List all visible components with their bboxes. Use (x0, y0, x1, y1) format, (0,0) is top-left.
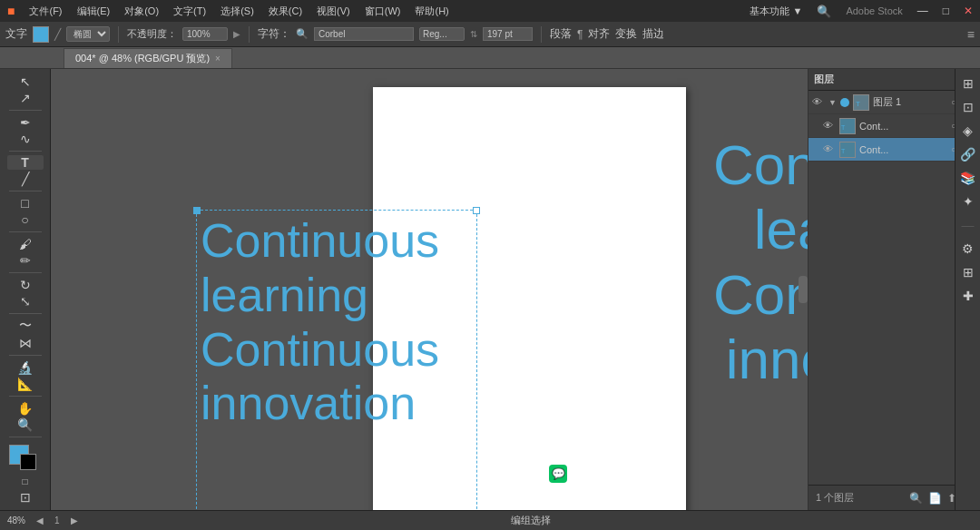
menu-item-effect[interactable]: 效果(C) (269, 5, 302, 18)
close-btn[interactable]: ✕ (964, 5, 973, 17)
artboard-num: 1 (54, 515, 60, 525)
left-text-block[interactable]: Continuous learning Continuous innovatio… (196, 210, 477, 510)
libraries-panel-icon[interactable]: 📚 (960, 171, 975, 185)
menu-item-help[interactable]: 帮助(H) (415, 5, 448, 18)
tool-sep-2 (9, 151, 42, 152)
direct-select-tool[interactable]: ↗ (7, 91, 44, 105)
layer-thumb-1: T (853, 94, 869, 111)
appearance-panel-icon[interactable]: ◈ (963, 123, 973, 138)
measure-tool[interactable]: 📐 (7, 377, 44, 391)
layers-search-icon[interactable]: 🔍 (909, 492, 923, 505)
anchor-top-left[interactable] (193, 207, 201, 214)
tab-close-btn[interactable]: × (215, 54, 220, 64)
grid-panel-icon[interactable]: ⊞ (963, 265, 974, 280)
plugin-panel-icon[interactable]: ✚ (963, 289, 974, 303)
maximize-btn[interactable]: □ (943, 5, 949, 17)
menu-item-edit[interactable]: 编辑(E) (77, 5, 111, 18)
properties-panel-icon[interactable]: ⊡ (963, 100, 974, 114)
font-size-input[interactable] (483, 27, 533, 41)
pencil-tool[interactable]: ✏ (7, 253, 44, 268)
rect-tool[interactable]: □ (7, 196, 44, 211)
color-swatch-area (9, 445, 42, 468)
artboard-nav-next[interactable]: ▶ (71, 515, 78, 525)
toolbar-separator-2 (249, 26, 250, 43)
right-text-line2: learning (713, 197, 808, 261)
right-panel: 图层 » ≡ 👁 ▼ T 图层 1 ○ ⊙ 👁 (808, 69, 980, 510)
layers-add-icon[interactable]: 📄 (928, 492, 942, 505)
panel-menu-icon[interactable]: ≡ (967, 27, 975, 42)
menu-bar: ■ 文件(F) 编辑(E) 对象(O) 文字(T) 选择(S) 效果(C) 视图… (0, 0, 980, 22)
menu-item-window[interactable]: 窗口(W) (365, 5, 401, 18)
stroke-shape-select[interactable]: 椭圆 (66, 26, 110, 42)
menu-item-file[interactable]: 文件(F) (29, 5, 62, 18)
menu-item-object[interactable]: 对象(O) (124, 5, 159, 18)
assets-panel-icon[interactable]: 🔗 (960, 147, 975, 162)
menu-item-type[interactable]: 文字(T) (173, 5, 206, 18)
menu-item-select[interactable]: 选择(S) (220, 5, 254, 18)
layer-expand-icon-1[interactable]: ▼ (828, 98, 837, 107)
layers-title: 图层 (814, 73, 834, 86)
wechat-symbol: 💬 (552, 467, 565, 480)
drawing-mode-btn[interactable]: □ (7, 474, 44, 488)
selection-tool[interactable]: ↖ (7, 74, 44, 89)
layer-eye-icon-1[interactable]: 👁 (812, 96, 825, 109)
layer-eye-icon-sub-2[interactable]: 👁 (823, 143, 836, 156)
right-text-line1: Continuous (713, 132, 808, 197)
opacity-input[interactable] (182, 27, 228, 41)
menu-item-view[interactable]: 视图(V) (317, 5, 350, 18)
artboard-nav-prev[interactable]: ◀ (36, 515, 44, 525)
anchor-top-right[interactable] (473, 207, 480, 214)
stroke-swatch[interactable] (20, 454, 36, 470)
tool-sep-5 (9, 272, 42, 273)
hand-tool[interactable]: ✋ (7, 401, 44, 416)
watermark: 💬 整点创作 (549, 465, 622, 483)
layers-panel-icon[interactable]: ⊞ (963, 76, 974, 91)
tool-sep-3 (9, 191, 42, 191)
layer-name-1: 图层 1 (873, 95, 947, 109)
main-area: ↖ ↗ ✒ ∿ T ╱ □ ○ 🖌 ✏ ↻ ⤡ 〜 ⋈ 🔬 📐 ✋ 🔍 □ ⊡ (0, 69, 980, 510)
font-name-input[interactable] (314, 27, 414, 41)
right-text-line3: Continuous (713, 262, 808, 327)
font-label: 字符： (258, 26, 290, 42)
opacity-arrow[interactable]: ▶ (233, 29, 240, 39)
line-tool[interactable]: ╱ (7, 172, 44, 186)
basic-func-menu[interactable]: 基本功能 ▼ (750, 5, 802, 18)
layer-eye-icon-sub-1[interactable]: 👁 (823, 120, 836, 132)
para-icon: ¶ (577, 28, 583, 41)
layer-thumb-sub-1: T (839, 118, 856, 134)
status-center-text: 编组选择 (89, 514, 973, 527)
curve-tool[interactable]: ∿ (7, 132, 44, 146)
scale-tool[interactable]: ⤡ (7, 294, 44, 309)
fill-color-swatch[interactable] (33, 26, 49, 43)
canvas-area[interactable]: Continuous learning Continuous innovatio… (51, 69, 808, 510)
separator-icon: — (962, 218, 975, 232)
app-icon: ■ (7, 4, 15, 18)
stroke-label2: 描边 (642, 26, 664, 42)
zoom-tool[interactable]: 🔍 (7, 417, 44, 432)
pen-tool[interactable]: ✒ (7, 115, 44, 130)
collapsed-panels: ⊞ ⊡ ◈ 🔗 📚 ✦ — ⚙ ⊞ ✚ (955, 69, 980, 510)
settings-panel-icon[interactable]: ⚙ (962, 241, 974, 256)
type-tool[interactable]: T (7, 155, 44, 170)
rotate-tool[interactable]: ↻ (7, 278, 44, 292)
font-style-input[interactable] (419, 27, 465, 41)
svg-text:T: T (856, 100, 860, 108)
eyedropper-tool[interactable]: 🔬 (7, 360, 44, 375)
tool-sep-7 (9, 355, 42, 356)
brush-tool[interactable]: 🖌 (7, 237, 44, 251)
scroll-handle[interactable] (799, 276, 808, 303)
screen-mode-btn[interactable]: ⊡ (7, 490, 44, 505)
layers-count: 1 个图层 (816, 491, 854, 505)
tool-sep-6 (9, 313, 42, 314)
minimize-btn[interactable]: — (917, 5, 928, 17)
zoom-level[interactable]: 48% (7, 515, 25, 525)
document-tab[interactable]: 004* @ 48% (RGB/GPU 预览) × (64, 48, 232, 68)
toolbar: 文字 ╱ 椭圆 不透明度： ▶ 字符： 🔍 ⇅ 段落 ¶ 对齐 变换 描边 ≡ (0, 22, 980, 47)
symbols-panel-icon[interactable]: ✦ (963, 194, 974, 209)
ellipse-tool[interactable]: ○ (7, 212, 44, 227)
font-size-arrows: ⇅ (470, 29, 477, 39)
blend-tool[interactable]: ⋈ (7, 336, 44, 350)
search-icon[interactable]: 🔍 (817, 5, 831, 18)
warp-tool[interactable]: 〜 (7, 318, 44, 334)
tool-sep-4 (9, 231, 42, 232)
